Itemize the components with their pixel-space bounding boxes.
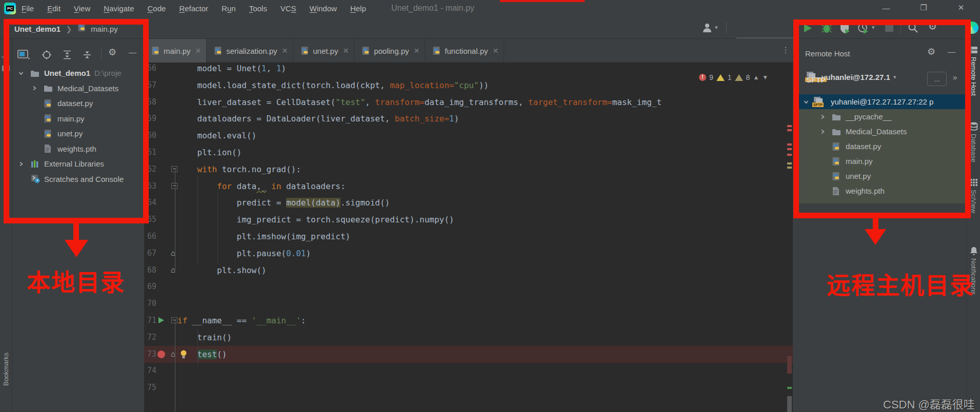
menu-vcs[interactable]: VCS — [281, 4, 296, 13]
bell-icon — [970, 246, 978, 255]
python-file-icon — [432, 46, 441, 55]
stripe-mark[interactable] — [787, 154, 792, 156]
python-file-icon — [301, 46, 309, 55]
code-line-58[interactable]: 58 liver_dataset = CellDataset("test", t… — [144, 94, 793, 111]
menu-code[interactable]: Code — [148, 4, 166, 13]
stripe-mark[interactable] — [787, 125, 792, 127]
code-line-60[interactable]: 60 model.eval() — [144, 127, 793, 144]
code-line-69[interactable]: 69 — [144, 278, 793, 295]
tab-close-icon[interactable]: ✕ — [414, 47, 420, 55]
code-line-70[interactable]: 70 — [144, 295, 793, 312]
stripe-mark[interactable] — [787, 396, 792, 412]
stripe-mark[interactable] — [787, 387, 792, 389]
breakpoint-icon[interactable] — [157, 351, 165, 358]
tool-button-label: SciView — [970, 190, 977, 213]
tab-close-icon[interactable]: ✕ — [343, 47, 349, 55]
code-line-72[interactable]: 72 train() — [144, 329, 793, 346]
title-bar: PC FileEditViewNavigateCodeRefactorRunTo… — [0, 0, 980, 17]
code-line-66[interactable]: 66 plt.imshow(img_predict) — [144, 228, 793, 245]
line-number[interactable]: 72 — [144, 329, 156, 346]
annotation-arrowhead-remote — [865, 229, 886, 245]
fold-open-icon[interactable] — [171, 183, 177, 189]
menu-file[interactable]: File — [22, 4, 34, 13]
user-dropdown-icon[interactable]: ▾ — [715, 24, 718, 31]
tab-label: serialization.py — [226, 47, 277, 55]
line-number[interactable]: 75 — [144, 379, 156, 396]
tab-label: functional.py — [445, 47, 488, 55]
code-line-68[interactable]: 68⌂ plt.show() — [144, 262, 793, 279]
user-icon[interactable] — [702, 22, 713, 33]
fold-bracket-line — [175, 169, 175, 270]
tool-button-bookmarks[interactable]: Bookmarks — [2, 353, 10, 386]
code-line-64[interactable]: 64 predict = model(data).sigmoid() — [144, 194, 793, 211]
next-error-icon[interactable]: ▼ — [762, 74, 768, 81]
line-number[interactable]: 73 — [144, 346, 156, 363]
line-number[interactable]: 70 — [144, 295, 156, 312]
python-file-icon — [214, 46, 223, 55]
restore-button[interactable]: ❐ — [912, 0, 935, 15]
tool-button-label: Remote Host — [970, 57, 977, 96]
code-line-61[interactable]: 61 plt.ion() — [144, 144, 793, 161]
menu-edit[interactable]: Edit — [47, 4, 61, 13]
menu-view[interactable]: View — [74, 4, 90, 13]
run-line-icon[interactable] — [158, 317, 164, 323]
warning-count: 1 — [728, 73, 732, 81]
prev-error-icon[interactable]: ▲ — [753, 74, 759, 81]
annotation-label-remote: 远程主机目录 — [827, 266, 974, 300]
fold-open-icon[interactable] — [171, 166, 177, 172]
tab-unet.py[interactable]: unet.py✕ — [293, 39, 354, 63]
annotation-box-remote — [793, 19, 971, 218]
minimize-button[interactable]: — — [874, 0, 898, 15]
stripe-mark[interactable] — [787, 167, 792, 169]
indent-guide — [217, 192, 218, 264]
code-line-57[interactable]: 57 model.load_state_dict(torch.load(ckpt… — [144, 77, 793, 94]
code-line-65[interactable]: 65 img_predict = torch.squeeze(predict).… — [144, 211, 793, 228]
line-number[interactable]: 69 — [144, 278, 156, 295]
line-number[interactable]: 74 — [144, 362, 156, 379]
menu-run[interactable]: Run — [222, 4, 236, 13]
line-number[interactable]: 66 — [144, 228, 156, 245]
code-line-73[interactable]: 73⌂ test() — [144, 346, 793, 363]
tab-close-icon[interactable]: ✕ — [195, 47, 202, 55]
code-text: plt.imshow(img_predict) — [177, 228, 350, 245]
code-line-67[interactable]: 67⌂ plt.pause(0.01) — [144, 245, 793, 262]
code-text: train() — [177, 329, 232, 346]
tab-main.py[interactable]: main.py✕ — [144, 39, 207, 63]
code-line-62[interactable]: 62 with torch.no_grad(): — [144, 161, 793, 178]
stripe-mark[interactable] — [787, 129, 792, 131]
stripe-mark[interactable] — [787, 356, 792, 374]
tab-close-icon[interactable]: ✕ — [282, 47, 288, 55]
error-icon: ! — [699, 74, 706, 81]
close-button[interactable]: ✕ — [949, 0, 973, 15]
line-number[interactable]: 68 — [144, 262, 156, 279]
line-number[interactable]: 71 — [144, 312, 156, 329]
menu-window[interactable]: Window — [310, 4, 337, 13]
error-stripe[interactable] — [787, 63, 793, 412]
menu-refactor[interactable]: Refactor — [179, 4, 208, 13]
weak-warning-count: 8 — [746, 73, 750, 81]
tab-functional.py[interactable]: functional.py✕ — [425, 39, 504, 63]
code-line-63[interactable]: 63 for data,_ in dataloaders: — [144, 178, 793, 195]
code-area[interactable]: 56 model = Unet(1, 1)57 model.load_state… — [144, 63, 793, 412]
menu-navigate[interactable]: Navigate — [104, 4, 134, 13]
code-line-74[interactable]: 74 — [144, 362, 793, 379]
code-line-75[interactable]: 75 — [144, 379, 793, 396]
stripe-mark[interactable] — [787, 162, 792, 164]
editor[interactable]: main.py✕serialization.py✕unet.py✕pooling… — [144, 39, 793, 412]
fold-open-icon[interactable] — [171, 317, 177, 323]
inspections-widget[interactable]: ! 9 1 8 ▲ ▼ — [699, 73, 768, 81]
code-text: test() — [177, 346, 227, 363]
tab-serialization.py[interactable]: serialization.py✕ — [207, 39, 293, 63]
stripe-mark[interactable] — [787, 143, 792, 146]
code-text: for data,_ in dataloaders: — [177, 178, 346, 195]
stripe-mark[interactable] — [787, 148, 792, 150]
tab-close-icon[interactable]: ✕ — [493, 47, 499, 55]
code-line-59[interactable]: 59 dataloaders = DataLoader(liver_datase… — [144, 110, 793, 127]
tabs-more-icon[interactable]: ⋮ — [782, 45, 790, 55]
code-line-71[interactable]: 71if __name__ == '__main__': — [144, 312, 793, 329]
menu-tools[interactable]: Tools — [249, 4, 267, 13]
code-text: plt.show() — [177, 262, 266, 279]
menu-help[interactable]: Help — [350, 4, 366, 13]
line-number[interactable]: 67 — [144, 245, 156, 262]
tab-pooling.py[interactable]: pooling.py✕ — [354, 39, 425, 63]
